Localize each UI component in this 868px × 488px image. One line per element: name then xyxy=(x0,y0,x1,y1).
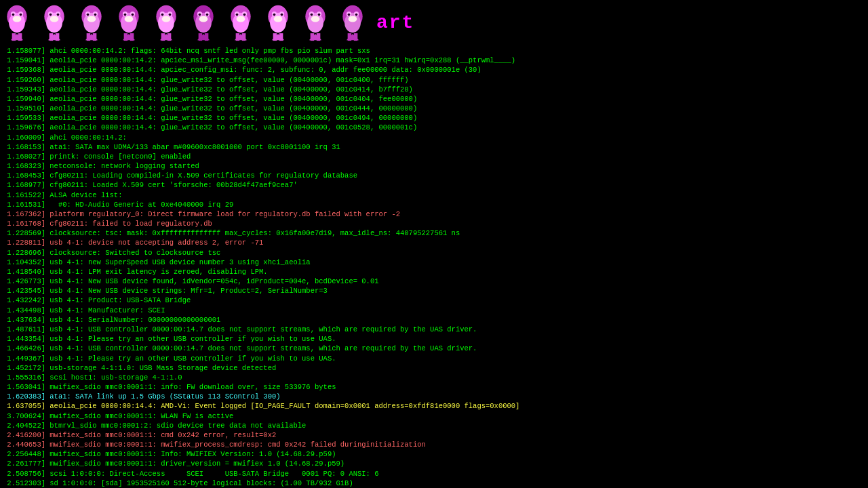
svg-rect-79 xyxy=(279,33,283,41)
svg-rect-9 xyxy=(18,33,22,41)
log-line: 1.159260] aeolia_pcie 0000:00:14.4: glue… xyxy=(3,75,865,85)
svg-point-54 xyxy=(199,13,201,16)
log-line: 2.416200] mwifiex_sdio mmc0:0001:1: cmd … xyxy=(3,430,865,440)
log-line: 1.563041] mwifiex_sdio mmc0:0001:1: info… xyxy=(3,382,865,392)
log-line: 3.700624] mwifiex_sdio mmc0:0001:1: WLAN… xyxy=(3,411,865,421)
svg-point-81 xyxy=(307,12,323,32)
log-line: 1.228696] clocksource: Switched to clock… xyxy=(3,248,865,258)
log-line: 1.168453] cfg80211: Loading compiled-in … xyxy=(3,171,865,180)
svg-rect-68 xyxy=(236,33,240,41)
log-line: 1.161531] #0: HD-Audio Generic at 0xe404… xyxy=(3,200,865,209)
svg-point-11 xyxy=(46,12,62,32)
log-line: 1.487611] usb 4-1: USB controller 0000:0… xyxy=(3,325,865,334)
log-line: 1.159368] aeolia_pcie 0000:00:14.4: apci… xyxy=(3,65,865,75)
svg-point-21 xyxy=(83,12,100,32)
log-line: 1.168027] printk: console [netcon0] enab… xyxy=(3,152,865,161)
log-line: 1.168153] ata1: SATA max UDMA/133 abar m… xyxy=(3,142,865,152)
svg-rect-99 xyxy=(354,33,358,41)
svg-rect-98 xyxy=(348,33,352,41)
tux-icon-5 xyxy=(149,4,186,41)
tux-icon-9 xyxy=(298,4,336,41)
svg-rect-19 xyxy=(56,33,59,41)
svg-point-71 xyxy=(270,12,286,32)
svg-rect-29 xyxy=(93,33,97,41)
log-line: 2.512303] sd 1:0:0:0: [sda] 1953525160 5… xyxy=(3,479,865,488)
log-line: 1.160009] ahci 0000:00:14.2: xyxy=(3,133,865,142)
log-line: 1.159533] aeolia_pcie 0000:00:14.4: glue… xyxy=(3,113,865,123)
log-line: 1.423545] usb 4-1: New USB device string… xyxy=(3,286,865,296)
log-line: 1.426773] usb 4-1: New USB device found,… xyxy=(3,277,865,286)
svg-point-51 xyxy=(195,12,212,32)
svg-point-36 xyxy=(125,16,134,22)
svg-point-86 xyxy=(311,16,320,22)
svg-rect-49 xyxy=(167,33,172,41)
svg-rect-78 xyxy=(273,33,277,41)
svg-rect-39 xyxy=(130,33,134,41)
tux-icon-7 xyxy=(224,4,261,41)
header-bar: art xyxy=(0,0,868,45)
tux-icon-6 xyxy=(186,4,224,41)
svg-point-25 xyxy=(94,13,97,16)
svg-point-35 xyxy=(132,13,134,16)
svg-rect-88 xyxy=(311,33,315,41)
log-line: 2.261777] mwifiex_sdio mmc0:0001:1: driv… xyxy=(3,459,865,468)
svg-point-14 xyxy=(50,13,52,16)
log-line: 1.104352] usb 4-1: new SuperSpeed USB de… xyxy=(3,258,865,267)
svg-rect-28 xyxy=(87,33,91,41)
svg-rect-8 xyxy=(12,33,16,41)
svg-point-64 xyxy=(236,13,239,16)
svg-point-26 xyxy=(87,16,96,22)
svg-rect-18 xyxy=(50,33,54,41)
svg-point-84 xyxy=(311,13,313,16)
svg-point-16 xyxy=(50,16,59,22)
svg-point-5 xyxy=(20,13,22,16)
svg-point-45 xyxy=(169,13,172,16)
svg-rect-89 xyxy=(317,33,321,41)
log-line: 2.256448] mwifiex_sdio mmc0:0001:1: Info… xyxy=(3,449,865,459)
svg-rect-38 xyxy=(124,33,128,41)
svg-point-94 xyxy=(348,13,351,16)
log-line: 1.555316] scsi host1: usb-storage 4-1:1.… xyxy=(3,373,865,382)
log-line: 1.159041] aeolia_pcie 0000:00:14.2: apci… xyxy=(3,56,865,65)
svg-point-34 xyxy=(124,13,127,16)
svg-point-4 xyxy=(12,13,15,16)
svg-point-31 xyxy=(121,12,137,32)
tux-icon-8 xyxy=(261,4,298,41)
svg-point-15 xyxy=(57,13,60,16)
log-line: 1.443354] usb 4-1: Please try an other U… xyxy=(3,334,865,344)
log-line: 1.418540] usb 4-1: LPM exit latency is z… xyxy=(3,267,865,277)
log-line: 2.508756] scsi 1:0:0:0: Direct-Access SC… xyxy=(3,469,865,479)
log-line: 1.437634] usb 4-1: SerialNumber: 0000000… xyxy=(3,315,865,325)
svg-point-65 xyxy=(243,13,246,16)
log-line: 1.620383] ata1: SATA link up 1.5 Gbps (S… xyxy=(3,392,865,401)
log-line: 1.159676] aeolia_pcie 0000:00:14.4: glue… xyxy=(3,123,865,132)
log-line: 1.228811] usb 4-1: device not accepting … xyxy=(3,238,865,247)
log-line: 1.159510] aeolia_pcie 0000:00:14.4: glue… xyxy=(3,104,865,113)
page-title: art xyxy=(376,12,414,33)
log-line: 1.449367] usb 4-1: Please try an other U… xyxy=(3,354,865,363)
svg-rect-69 xyxy=(242,33,246,41)
log-line: 1.452172] usb-storage 4-1:1.0: USB Mass … xyxy=(3,363,865,373)
log-line: 2.404522] btmrvl_sdio mmc0:0001:2: sdio … xyxy=(3,421,865,430)
svg-rect-58 xyxy=(199,33,203,41)
log-line: 1.168977] cfg80211: Loaded X.509 cert 's… xyxy=(3,180,865,190)
svg-point-55 xyxy=(206,13,209,16)
svg-point-74 xyxy=(273,13,276,16)
svg-point-56 xyxy=(199,16,208,22)
log-line: 1.637055] aeolia_pcie 0000:00:14.4: AMD-… xyxy=(3,401,865,411)
svg-point-61 xyxy=(233,12,249,32)
svg-point-44 xyxy=(161,13,164,16)
svg-point-1 xyxy=(9,12,25,32)
log-line: 2.440653] mwifiex_sdio mmc0:0001:1: mwif… xyxy=(3,440,865,449)
log-line: 1.161522] ALSA device list: xyxy=(3,190,865,200)
terminal-output: 1.158077] ahci 0000:00:14.2: flags: 64bi… xyxy=(0,45,868,488)
svg-rect-48 xyxy=(161,33,165,41)
svg-rect-59 xyxy=(205,33,209,41)
tux-icon-4 xyxy=(112,4,149,41)
title-area: art xyxy=(373,12,414,33)
log-line: 1.159940] aeolia_pcie 0000:00:14.4: glue… xyxy=(3,94,865,104)
svg-point-75 xyxy=(281,13,283,16)
svg-point-66 xyxy=(237,16,245,22)
log-line: 1.161768] cfg80211: failed to load regul… xyxy=(3,219,865,228)
tux-icon-1 xyxy=(0,4,37,41)
